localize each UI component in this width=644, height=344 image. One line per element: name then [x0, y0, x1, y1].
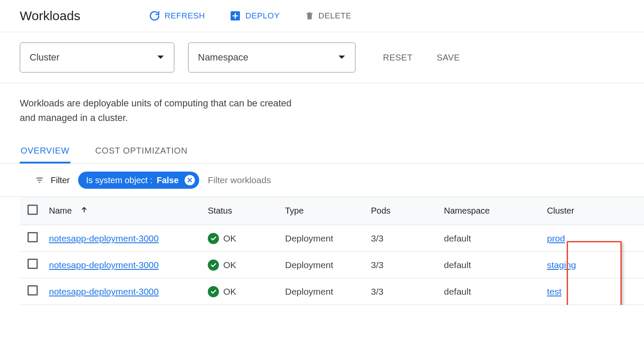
status-text: OK — [223, 287, 236, 297]
type-cell: Deployment — [282, 225, 368, 252]
chip-key: Is system object : — [86, 175, 152, 185]
status-cell: OK — [208, 260, 236, 271]
trash-icon — [305, 11, 314, 21]
deploy-button[interactable]: DEPLOY — [230, 10, 279, 21]
col-pods[interactable]: Pods — [368, 197, 440, 225]
pods-cell: 3/3 — [368, 225, 440, 252]
save-button[interactable]: SAVE — [437, 53, 460, 63]
namespace-cell: default — [440, 252, 544, 278]
page-header: Workloads REFRESH DEPLOY — [0, 0, 644, 32]
workload-name-link[interactable]: notesapp-deployment-3000 — [49, 260, 159, 270]
chip-remove-icon[interactable] — [185, 175, 195, 185]
refresh-icon — [149, 10, 160, 21]
chip-value: False — [157, 175, 179, 185]
page-title: Workloads — [20, 9, 80, 23]
tabs: OVERVIEW COST OPTIMIZATION — [0, 125, 644, 164]
status-cell: OK — [208, 233, 236, 244]
caret-down-icon — [157, 55, 164, 60]
filter-actions: RESET SAVE — [383, 53, 460, 63]
pods-cell: 3/3 — [368, 252, 440, 278]
plus-box-icon — [230, 10, 241, 21]
cluster-link[interactable]: staging — [547, 260, 576, 270]
cluster-link[interactable]: prod — [547, 233, 565, 243]
col-cluster[interactable]: Cluster — [544, 197, 644, 225]
cluster-select[interactable]: Cluster — [20, 42, 174, 72]
tab-overview[interactable]: OVERVIEW — [20, 146, 70, 163]
filter-text: Filter — [51, 175, 70, 185]
cluster-select-label: Cluster — [30, 52, 60, 63]
status-text: OK — [223, 233, 236, 244]
check-circle-icon — [208, 286, 219, 297]
table-filter-bar: Filter Is system object : False — [0, 164, 644, 197]
col-status[interactable]: Status — [204, 197, 282, 225]
page-description: Workloads are deployable units of comput… — [0, 83, 322, 125]
workloads-table: Name Status Type Pods Namespace Cluster … — [20, 197, 644, 305]
cluster-link[interactable]: test — [547, 287, 562, 296]
delete-label: DELETE — [319, 11, 352, 21]
filter-icon — [34, 176, 45, 184]
type-cell: Deployment — [282, 252, 368, 278]
col-type[interactable]: Type — [282, 197, 368, 225]
pods-cell: 3/3 — [368, 278, 440, 305]
workload-name-link[interactable]: notesapp-deployment-3000 — [49, 233, 159, 243]
caret-down-icon — [338, 55, 346, 60]
filter-label: Filter — [34, 175, 70, 185]
refresh-button[interactable]: REFRESH — [149, 10, 205, 21]
check-circle-icon — [208, 260, 219, 271]
tab-cost-optimization[interactable]: COST OPTIMIZATION — [94, 146, 188, 163]
row-checkbox[interactable] — [27, 259, 38, 269]
sort-up-icon — [80, 206, 88, 214]
col-name[interactable]: Name — [46, 197, 204, 225]
namespace-cell: default — [440, 278, 544, 305]
workload-name-link[interactable]: notesapp-deployment-3000 — [49, 287, 159, 296]
reset-button[interactable]: RESET — [383, 53, 413, 63]
refresh-label: REFRESH — [164, 11, 205, 21]
filter-input[interactable] — [208, 175, 624, 185]
type-cell: Deployment — [282, 278, 368, 305]
col-namespace[interactable]: Namespace — [440, 197, 544, 225]
deploy-label: DEPLOY — [245, 11, 279, 21]
delete-button[interactable]: DELETE — [305, 11, 352, 21]
header-actions: REFRESH DEPLOY DELETE — [149, 10, 351, 21]
row-checkbox[interactable] — [27, 232, 38, 242]
filter-row: Cluster Namespace RESET SAVE — [0, 32, 644, 83]
table-row: notesapp-deployment-3000OKDeployment3/3d… — [20, 225, 644, 252]
status-cell: OK — [208, 286, 236, 297]
namespace-cell: default — [440, 225, 544, 252]
table-row: notesapp-deployment-3000OKDeployment3/3d… — [20, 252, 644, 278]
filter-chip[interactable]: Is system object : False — [78, 172, 199, 189]
col-checkbox — [20, 197, 46, 225]
row-checkbox[interactable] — [27, 285, 38, 296]
select-all-checkbox[interactable] — [27, 205, 38, 215]
table-row: notesapp-deployment-3000OKDeployment3/3d… — [20, 278, 644, 305]
col-name-label: Name — [49, 206, 72, 215]
namespace-select-label: Namespace — [198, 52, 248, 63]
status-text: OK — [223, 260, 236, 270]
check-circle-icon — [208, 233, 219, 244]
namespace-select[interactable]: Namespace — [188, 42, 355, 72]
